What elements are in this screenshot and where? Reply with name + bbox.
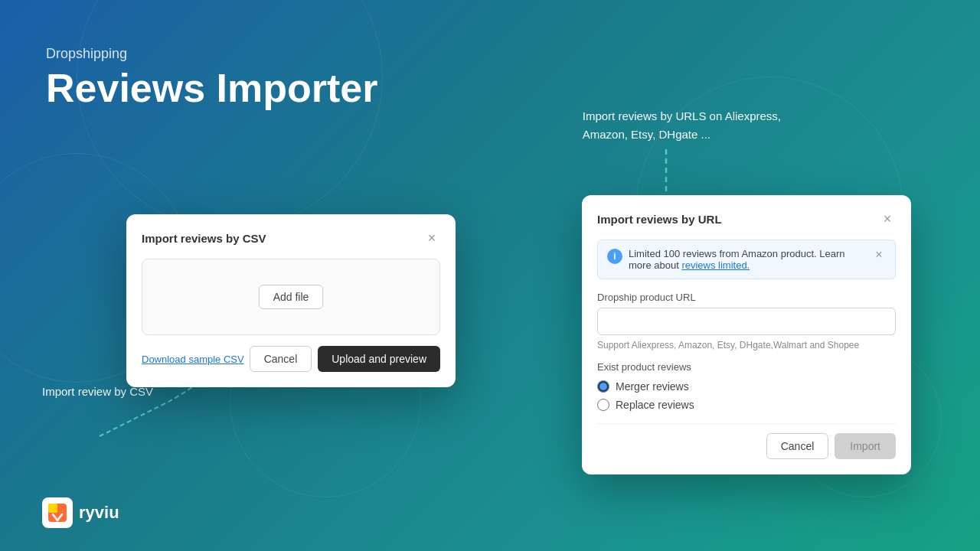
svg-rect-3 <box>48 504 57 513</box>
url-modal: Import reviews by URL × i Limited 100 re… <box>582 195 911 474</box>
reviews-limited-link[interactable]: reviews limited. <box>681 259 750 271</box>
merge-reviews-option[interactable]: Merger reviews <box>597 380 896 393</box>
header: Dropshipping Reviews Importer <box>46 46 378 110</box>
info-close-button[interactable]: × <box>872 248 886 262</box>
url-modal-title: Import reviews by URL <box>597 213 722 226</box>
info-banner: i Limited 100 reviews from Amazon produc… <box>597 240 896 279</box>
existing-reviews-label: Exist product reviews <box>597 361 896 373</box>
download-sample-button[interactable]: Download sample CSV <box>142 354 244 365</box>
csv-modal-title: Import reviews by CSV <box>142 232 266 245</box>
page-subtitle: Dropshipping <box>46 46 378 62</box>
replace-reviews-label: Replace reviews <box>616 399 694 411</box>
replace-reviews-radio[interactable] <box>597 399 609 411</box>
url-modal-header: Import reviews by URL × <box>597 210 896 227</box>
logo: ryviu <box>42 497 119 528</box>
url-import-button[interactable]: Import <box>835 433 896 459</box>
merge-reviews-label: Merger reviews <box>616 380 689 393</box>
url-desc-line1: Import reviews by URLS on Aliexpress, <box>583 107 781 126</box>
ryviu-logo-svg <box>47 502 68 523</box>
url-input[interactable] <box>597 308 896 335</box>
url-field-hint: Support Aliexpress, Amazon, Etsy, DHgate… <box>597 340 896 350</box>
replace-reviews-option[interactable]: Replace reviews <box>597 399 896 411</box>
page-title: Reviews Importer <box>46 67 378 110</box>
logo-icon <box>42 497 73 528</box>
csv-modal-close-button[interactable]: × <box>423 230 440 246</box>
info-text: Limited 100 reviews from Amazon product.… <box>629 248 866 271</box>
csv-modal-footer: Download sample CSV Cancel Upload and pr… <box>142 346 440 372</box>
csv-modal-actions: Cancel Upload and preview <box>250 346 440 372</box>
url-desc-line2: Amazon, Etsy, DHgate ... <box>583 126 781 144</box>
csv-modal: Import reviews by CSV × Add file Downloa… <box>126 214 456 387</box>
add-file-button[interactable]: Add file <box>259 285 324 309</box>
url-modal-close-button[interactable]: × <box>879 210 896 227</box>
info-icon: i <box>607 249 622 264</box>
url-description: Import reviews by URLS on Aliexpress, Am… <box>583 107 781 144</box>
logo-text: ryviu <box>79 503 119 523</box>
url-cancel-button[interactable]: Cancel <box>766 433 829 459</box>
csv-upload-area[interactable]: Add file <box>142 259 440 335</box>
csv-upload-button[interactable]: Upload and preview <box>318 346 440 372</box>
csv-modal-header: Import reviews by CSV × <box>142 230 440 246</box>
csv-cancel-button[interactable]: Cancel <box>250 346 312 372</box>
merge-reviews-radio[interactable] <box>597 380 609 393</box>
url-field-label: Dropship product URL <box>597 292 896 303</box>
url-modal-footer: Cancel Import <box>597 423 896 459</box>
